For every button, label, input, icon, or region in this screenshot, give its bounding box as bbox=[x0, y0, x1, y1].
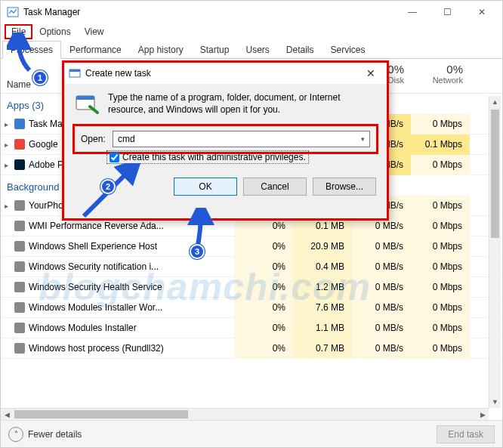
svg-rect-8 bbox=[14, 282, 25, 292]
open-input[interactable] bbox=[118, 134, 354, 144]
process-row[interactable]: Windows Shell Experience Host0%20.9 MB0 … bbox=[1, 236, 502, 257]
svg-rect-6 bbox=[14, 241, 25, 252]
svg-rect-1 bbox=[14, 119, 25, 129]
expander-icon[interactable]: ▸ bbox=[1, 202, 11, 210]
end-task-button[interactable]: End task bbox=[437, 425, 495, 443]
cell-network: 0 Mbps bbox=[411, 155, 470, 175]
cell-disk: 0 MB/s bbox=[352, 236, 411, 257]
tab-performance[interactable]: Performance bbox=[61, 41, 130, 59]
menu-view[interactable]: View bbox=[79, 25, 110, 39]
open-label: Open: bbox=[81, 134, 106, 144]
col-network[interactable]: 0%Network bbox=[412, 61, 471, 88]
chevron-down-icon[interactable]: ▾ bbox=[361, 135, 365, 143]
menubar: File Options View bbox=[1, 23, 502, 40]
svg-rect-13 bbox=[69, 70, 80, 72]
h-scrollbar-thumb[interactable] bbox=[14, 410, 188, 419]
expander-icon[interactable]: ▸ bbox=[1, 141, 11, 149]
task-manager-icon bbox=[7, 6, 19, 18]
browse-button[interactable]: Browse... bbox=[313, 178, 376, 196]
cell-network: 0 Mbps bbox=[411, 318, 470, 338]
admin-label: Create this task with administrative pri… bbox=[122, 152, 306, 162]
cell-network: 0 Mbps bbox=[411, 277, 470, 298]
svg-rect-7 bbox=[14, 261, 25, 272]
cell-network: 0 Mbps bbox=[411, 338, 470, 359]
admin-checkbox[interactable] bbox=[110, 153, 119, 162]
maximize-button[interactable]: ☐ bbox=[430, 1, 464, 23]
expander-icon[interactable]: ▸ bbox=[1, 161, 11, 169]
svg-rect-3 bbox=[14, 159, 25, 170]
titlebar: Task Manager — ☐ ✕ bbox=[1, 1, 502, 23]
run-icon bbox=[75, 91, 100, 117]
close-button[interactable]: ✕ bbox=[464, 1, 499, 23]
ok-button[interactable]: OK bbox=[174, 178, 237, 196]
scroll-right-icon[interactable]: ▶ bbox=[477, 409, 489, 421]
cell-cpu: 0% bbox=[234, 338, 293, 359]
cell-network: 0 Mbps bbox=[411, 257, 470, 277]
cell-cpu: 0% bbox=[234, 236, 293, 257]
vertical-scrollbar[interactable]: ▲ ▼ bbox=[489, 96, 501, 408]
tab-users[interactable]: Users bbox=[237, 41, 277, 59]
svg-rect-5 bbox=[14, 221, 25, 231]
cell-memory: 0.7 MB bbox=[293, 338, 352, 359]
cell-memory: 1.1 MB bbox=[293, 318, 352, 338]
open-field-group: Open: ▾ bbox=[75, 126, 376, 152]
statusbar: ˄ Fewer details End task bbox=[1, 420, 502, 447]
tab-startup[interactable]: Startup bbox=[192, 41, 238, 59]
svg-rect-11 bbox=[14, 343, 25, 354]
cell-network: 0.1 Mbps bbox=[411, 134, 470, 155]
expander-icon[interactable]: ▸ bbox=[1, 120, 11, 128]
cell-disk: 0 MB/s bbox=[352, 318, 411, 338]
horizontal-scrollbar[interactable]: ◀ ▶ bbox=[1, 408, 489, 420]
process-name: Windows host process (Rundll32) bbox=[29, 343, 234, 354]
tabs: Processes Performance App history Startu… bbox=[1, 40, 502, 59]
scrollbar-thumb[interactable] bbox=[491, 110, 499, 238]
cell-memory: 20.9 MB bbox=[293, 236, 352, 257]
watermark: blogchamchi.com bbox=[39, 265, 371, 309]
cell-network: 0 Mbps bbox=[411, 114, 470, 134]
open-combobox[interactable]: ▾ bbox=[113, 131, 370, 147]
app-icon bbox=[13, 301, 26, 314]
dialog-title: Create new task bbox=[85, 68, 360, 79]
app-icon bbox=[13, 239, 26, 253]
process-row[interactable]: Windows Modules Installer0%1.1 MB0 MB/s0… bbox=[1, 318, 502, 338]
process-name: WMI Performance Reverse Ada... bbox=[29, 221, 234, 231]
tab-app-history[interactable]: App history bbox=[130, 41, 192, 59]
app-icon bbox=[13, 137, 26, 151]
app-icon bbox=[13, 117, 26, 131]
app-icon bbox=[13, 341, 26, 355]
minimize-button[interactable]: — bbox=[395, 1, 430, 23]
svg-rect-10 bbox=[14, 323, 25, 333]
cell-network: 0 Mbps bbox=[411, 196, 470, 216]
dialog-close-button[interactable]: ✕ bbox=[360, 67, 382, 79]
svg-rect-4 bbox=[14, 200, 25, 211]
svg-rect-9 bbox=[14, 302, 25, 313]
app-icon bbox=[13, 280, 26, 294]
app-icon bbox=[13, 321, 26, 335]
menu-options[interactable]: Options bbox=[33, 25, 76, 39]
cell-cpu: 0% bbox=[234, 318, 293, 338]
admin-checkbox-group[interactable]: Create this task with administrative pri… bbox=[106, 150, 309, 164]
fewer-details-button[interactable]: ˄ Fewer details bbox=[8, 427, 82, 442]
menu-file[interactable]: File bbox=[5, 25, 32, 39]
svg-rect-2 bbox=[14, 139, 25, 150]
scroll-up-icon[interactable]: ▲ bbox=[489, 96, 501, 108]
run-dialog-icon bbox=[69, 67, 81, 79]
window-title: Task Manager bbox=[23, 7, 395, 17]
app-icon bbox=[13, 219, 26, 233]
fewer-details-label: Fewer details bbox=[28, 429, 82, 440]
process-name: Windows Modules Installer bbox=[29, 323, 234, 333]
cell-network: 0 Mbps bbox=[411, 236, 470, 257]
cell-network: 0 Mbps bbox=[411, 298, 470, 318]
scroll-left-icon[interactable]: ◀ bbox=[1, 409, 13, 421]
tab-processes[interactable]: Processes bbox=[2, 41, 61, 59]
app-icon bbox=[13, 260, 26, 273]
chevron-up-icon: ˄ bbox=[8, 427, 23, 442]
cancel-button[interactable]: Cancel bbox=[243, 178, 307, 196]
process-row[interactable]: Windows host process (Rundll32)0%0.7 MB0… bbox=[1, 338, 502, 359]
tab-services[interactable]: Services bbox=[322, 41, 374, 59]
svg-rect-15 bbox=[76, 96, 94, 100]
cell-disk: 0 MB/s bbox=[352, 338, 411, 359]
tab-details[interactable]: Details bbox=[278, 41, 322, 59]
app-icon bbox=[13, 199, 26, 212]
scroll-down-icon[interactable]: ▼ bbox=[489, 396, 501, 408]
